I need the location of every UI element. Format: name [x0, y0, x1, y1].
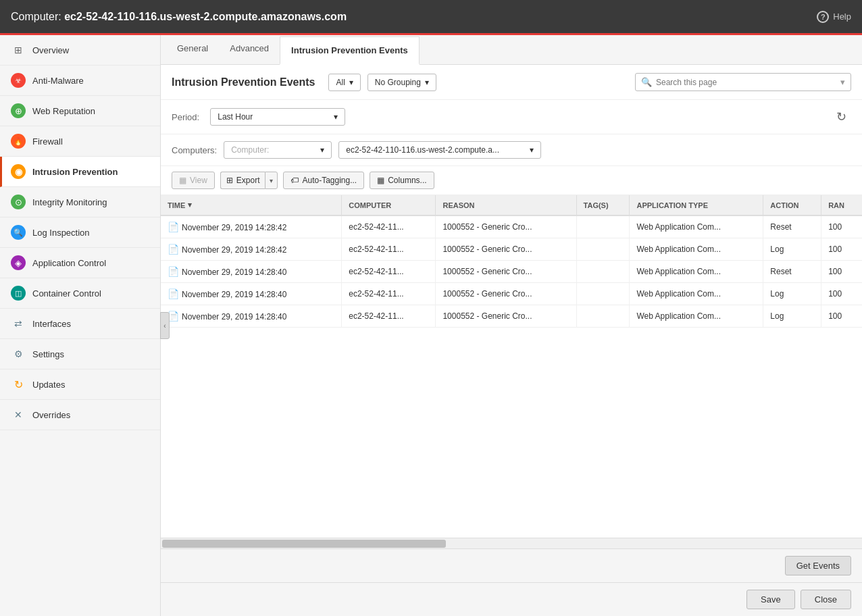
sidebar-item-web-reputation[interactable]: ⊕ Web Reputation [0, 96, 160, 126]
save-button[interactable]: Save [746, 590, 795, 609]
export-dropdown-button[interactable]: ▾ [265, 172, 278, 189]
columns-button[interactable]: ▦ Columns... [370, 172, 434, 189]
cell-ran: 100 [821, 238, 862, 261]
table-row[interactable]: 📄November 29, 2019 14:28:40 ec2-52-42-11… [161, 283, 862, 305]
cell-tags [576, 238, 630, 261]
cell-tags [576, 215, 630, 238]
sidebar-item-label: Settings [32, 349, 64, 359]
tab-intrusion-prevention-events-label: Intrusion Prevention Events [291, 45, 408, 55]
sidebar-item-label: Log Inspection [32, 228, 90, 238]
interfaces-icon: ⇄ [11, 316, 26, 331]
sidebar-item-interfaces[interactable]: ⇄ Interfaces [0, 309, 160, 339]
auto-tagging-label: Auto-Tagging... [302, 176, 357, 185]
cell-app-type: Web Application Com... [630, 305, 763, 328]
col-ran[interactable]: RAN [821, 195, 862, 215]
sidebar-item-overrides[interactable]: ✕ Overrides [0, 400, 160, 430]
sidebar-item-integrity-monitoring[interactable]: ⊙ Integrity Monitoring [0, 187, 160, 217]
cell-action: Log [763, 305, 821, 328]
table-row[interactable]: 📄November 29, 2019 14:28:40 ec2-52-42-11… [161, 305, 862, 328]
events-table-wrapper: TIME ▾ COMPUTER REASON TAG(S) APPLICATIO… [161, 195, 862, 538]
search-box[interactable]: 🔍 ▾ [635, 73, 851, 91]
sidebar-item-updates[interactable]: ↻ Updates [0, 369, 160, 400]
all-filter-dropdown[interactable]: All ▾ [328, 74, 360, 91]
sidebar-item-firewall[interactable]: 🔥 Firewall [0, 126, 160, 157]
search-icon: 🔍 [641, 77, 652, 87]
table-row[interactable]: 📄November 29, 2019 14:28:42 ec2-52-42-11… [161, 238, 862, 261]
search-dropdown-icon[interactable]: ▾ [840, 77, 845, 87]
columns-label: Columns... [388, 176, 426, 185]
sidebar-item-label: Interfaces [32, 319, 71, 329]
col-computer[interactable]: COMPUTER [342, 195, 436, 215]
cell-action: Reset [763, 261, 821, 283]
table-row[interactable]: 📄November 29, 2019 14:28:40 ec2-52-42-11… [161, 261, 862, 283]
grouping-dropdown[interactable]: No Grouping ▾ [367, 74, 436, 91]
cell-computer: ec2-52-42-11... [342, 238, 436, 261]
computer-value-dropdown[interactable]: ec2-52-42-110-116.us-west-2.compute.a...… [338, 141, 541, 159]
action-buttons-row: ▦ View ⊞ Export ▾ 🏷 Auto-Tagging... ▦ C [161, 166, 862, 195]
get-events-label: Get Events [796, 561, 840, 571]
close-label: Close [815, 594, 837, 605]
sidebar-item-container-control[interactable]: ◫ Container Control [0, 278, 160, 309]
computer-type-dropdown[interactable]: Computer: ▾ [224, 141, 332, 159]
sidebar-item-label: Integrity Monitoring [32, 197, 107, 207]
cell-computer: ec2-52-42-11... [342, 283, 436, 305]
sidebar-item-settings[interactable]: ⚙ Settings [0, 339, 160, 369]
web-reputation-icon: ⊕ [11, 103, 26, 118]
get-events-button[interactable]: Get Events [785, 556, 851, 575]
export-button[interactable]: ⊞ Export [220, 172, 265, 189]
main-content: General Advanced Intrusion Prevention Ev… [161, 35, 862, 616]
cell-app-type: Web Application Com... [630, 261, 763, 283]
view-icon: ▦ [179, 176, 186, 185]
computer-value-chevron-icon: ▾ [530, 145, 534, 155]
toolbar-row: Intrusion Prevention Events All ▾ No Gro… [161, 65, 862, 100]
tab-intrusion-prevention-events[interactable]: Intrusion Prevention Events [280, 36, 420, 65]
sidebar-item-intrusion-prevention[interactable]: ◉ Intrusion Prevention [0, 157, 160, 187]
col-time[interactable]: TIME ▾ [161, 195, 342, 215]
get-events-bar: Get Events [161, 548, 862, 582]
sidebar-item-label: Web Reputation [32, 106, 95, 116]
sidebar-item-log-inspection[interactable]: 🔍 Log Inspection [0, 217, 160, 248]
scrollbar-thumb[interactable] [162, 540, 446, 548]
tab-advanced[interactable]: Advanced [219, 35, 280, 65]
sidebar-item-anti-malware[interactable]: ☣ Anti-Malware [0, 66, 160, 96]
help-button[interactable]: ? Help [817, 11, 851, 23]
overrides-icon: ✕ [11, 407, 26, 422]
auto-tagging-button[interactable]: 🏷 Auto-Tagging... [283, 172, 364, 189]
tab-bar: General Advanced Intrusion Prevention Ev… [161, 35, 862, 65]
col-app-type[interactable]: APPLICATION TYPE [630, 195, 763, 215]
col-reason[interactable]: REASON [436, 195, 576, 215]
export-label: Export [236, 176, 260, 185]
all-filter-label: All [336, 78, 345, 87]
cell-reason: 1000552 - Generic Cro... [436, 215, 576, 238]
refresh-button[interactable]: ↻ [831, 107, 851, 127]
col-action[interactable]: ACTION [763, 195, 821, 215]
cell-action: Log [763, 283, 821, 305]
sidebar-item-overview[interactable]: ⊞ Overview [0, 35, 160, 66]
view-button[interactable]: ▦ View [172, 172, 215, 189]
row-doc-icon: 📄 [168, 288, 179, 299]
sidebar-item-label: Intrusion Prevention [32, 167, 118, 177]
sidebar-collapse-handle[interactable]: ‹ [160, 312, 170, 339]
sidebar-item-label: Overrides [32, 410, 70, 420]
sidebar-item-label: Anti-Malware [32, 76, 84, 86]
table-row[interactable]: 📄November 29, 2019 14:28:42 ec2-52-42-11… [161, 215, 862, 238]
sidebar-item-application-control[interactable]: ◈ Application Control [0, 248, 160, 278]
col-tags[interactable]: TAG(S) [576, 195, 630, 215]
row-doc-icon: 📄 [168, 222, 179, 232]
close-button[interactable]: Close [801, 590, 851, 609]
cell-time: 📄November 29, 2019 14:28:40 [161, 305, 342, 328]
row-doc-icon: 📄 [168, 266, 179, 277]
export-split-button: ⊞ Export ▾ [220, 172, 278, 189]
help-label: Help [833, 11, 851, 22]
period-dropdown[interactable]: Last Hour ▾ [210, 108, 345, 126]
anti-malware-icon: ☣ [11, 73, 26, 88]
cell-computer: ec2-52-42-11... [342, 305, 436, 328]
computers-label: Computers: [172, 145, 217, 155]
horizontal-scrollbar[interactable] [161, 538, 862, 548]
save-label: Save [761, 594, 781, 605]
search-input[interactable] [656, 78, 840, 87]
tab-general[interactable]: General [166, 35, 219, 65]
cell-app-type: Web Application Com... [630, 215, 763, 238]
intrusion-prevention-icon: ◉ [11, 164, 26, 179]
footer: Save Close [161, 582, 862, 616]
